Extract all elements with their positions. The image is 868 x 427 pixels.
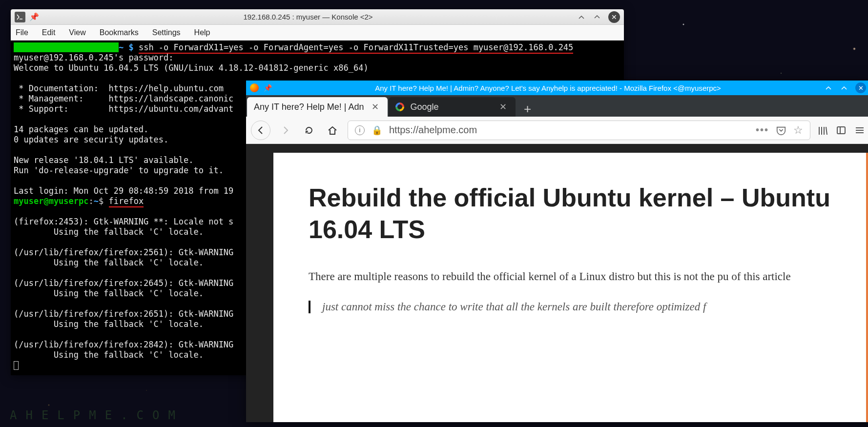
term-line: * Management: https://landscape.canonic [14,94,233,103]
tab-ahelpme[interactable]: Any IT here? Help Me! | Adn ✕ [247,97,388,117]
tab-close-icon[interactable]: ✕ [497,100,509,114]
prompt-path: ~ [94,196,99,206]
term-line: * Support: https://ubuntu.com/advant [14,104,233,114]
term-line: 14 packages can be updated. [14,124,148,134]
forward-button[interactable] [277,122,294,139]
tab-strip: Any IT here? Help Me! | Adn ✕ Google ✕ + [246,95,868,117]
article-content: Rebuild the official Ubuntu ker­nel – Ub… [273,153,868,422]
bookmark-star-icon[interactable]: ☆ [793,124,803,137]
term-line: Run 'do-release-upgrade' to upgrade to i… [14,165,224,175]
firefox-command: firefox [109,196,144,207]
nav-toolbar: i 🔒 https://ahelpme.com ••• ☆ [246,117,868,144]
tab-close-icon[interactable]: ✕ [370,100,381,114]
ssh-command: ssh -o ForwardX11=yes -o ForwardAgent=ye… [139,42,573,54]
url-text: https://ahelpme.com [389,124,749,136]
pin-icon[interactable]: 📌 [264,84,272,92]
reload-button[interactable] [301,122,317,139]
tab-label: Google [410,102,492,112]
url-bar[interactable]: i 🔒 https://ahelpme.com ••• ☆ [348,121,810,140]
konsole-menubar: File Edit View Bookmarks Settings Help [11,25,624,41]
firefox-title: Any IT here? Help Me! | Admin? Anyone? L… [272,84,824,92]
konsole-title: 192.168.0.245 : myuser — Konsole <2> [39,13,577,21]
term-line: Using the fallback 'C' locale. [14,258,204,267]
menu-settings[interactable]: Settings [152,28,181,37]
term-line: myuser@192.168.0.245's password: [14,53,174,62]
term-line: (firefox:2453): Gtk-WARNING **: Locale n… [14,217,233,226]
close-button[interactable]: ✕ [855,82,866,93]
google-favicon-icon [395,102,404,111]
minimize-button[interactable] [577,13,586,21]
term-line: Using the fallback 'C' locale. [14,288,204,298]
sidebar-icon[interactable] [836,125,847,136]
site-info-icon[interactable]: i [355,125,365,135]
page-viewport[interactable]: Rebuild the official Ubuntu ker­nel – Ub… [246,144,868,422]
term-line: New release '18.04.1 LTS' available. [14,155,193,165]
watermark-text: AHELPME.COM [10,408,184,422]
term-line: 0 updates are security updates. [14,135,168,144]
menu-help[interactable]: Help [194,28,210,37]
hamburger-menu-icon[interactable] [854,125,865,136]
prompt-user: myuser@myuserpc [14,196,89,206]
pocket-icon[interactable] [776,125,786,136]
term-line: (/usr/lib/firefox/firefox:2645): Gtk-WAR… [14,278,233,288]
new-tab-button[interactable]: + [517,102,538,117]
article-heading: Rebuild the official Ubuntu ker­nel – Ub… [309,182,831,245]
tab-label: Any IT here? Help Me! | Adn [254,102,364,112]
terminal-icon [15,12,25,22]
maximize-button[interactable] [840,83,848,92]
tab-google[interactable]: Google ✕ [389,97,516,117]
close-button[interactable]: ✕ [608,11,620,23]
article-blockquote: just cannot miss the chance to write tha… [309,301,831,313]
term-line: (/usr/lib/firefox/firefox:2651): Gtk-WAR… [14,309,233,319]
page-actions-icon[interactable]: ••• [756,124,769,136]
konsole-titlebar[interactable]: 📌 192.168.0.245 : myuser — Konsole <2> ✕ [11,9,624,25]
term-line: Last login: Mon Oct 29 08:48:59 2018 fro… [14,186,233,196]
lock-icon: 🔒 [372,125,382,136]
menu-view[interactable]: View [69,28,85,37]
firefox-icon [250,83,259,92]
minimize-button[interactable] [824,83,833,92]
svg-rect-0 [837,127,845,134]
term-line: (/usr/lib/firefox/firefox:2842): Gtk-WAR… [14,340,233,349]
home-button[interactable] [324,122,341,139]
menu-edit[interactable]: Edit [42,28,56,37]
cursor-icon [14,361,19,370]
term-line: (/usr/lib/firefox/firefox:2561): Gtk-WAR… [14,247,233,257]
firefox-window: 📌 Any IT here? Help Me! | Admin? Anyone?… [246,81,868,422]
pin-icon[interactable]: 📌 [29,12,39,21]
article-paragraph: There are multiple reasons to rebuild th… [309,268,831,286]
firefox-titlebar[interactable]: 📌 Any IT here? Help Me! | Admin? Anyone?… [246,81,868,95]
menu-bookmarks[interactable]: Bookmarks [100,28,139,37]
hidden-prompt: xxxxx@xxxxxxxxxxxxxx [14,42,119,52]
term-line: Using the fallback 'C' locale. [14,350,204,360]
library-icon[interactable] [817,125,828,136]
term-line: Using the fallback 'C' locale. [14,227,204,237]
back-button[interactable] [251,121,270,140]
term-line: Welcome to Ubuntu 16.04.5 LTS (GNU/Linux… [14,63,369,73]
term-line: Using the fallback 'C' locale. [14,319,204,329]
maximize-button[interactable] [593,13,601,21]
term-line: * Documentation: https://help.ubuntu.com [14,83,224,93]
menu-file[interactable]: File [16,28,28,37]
